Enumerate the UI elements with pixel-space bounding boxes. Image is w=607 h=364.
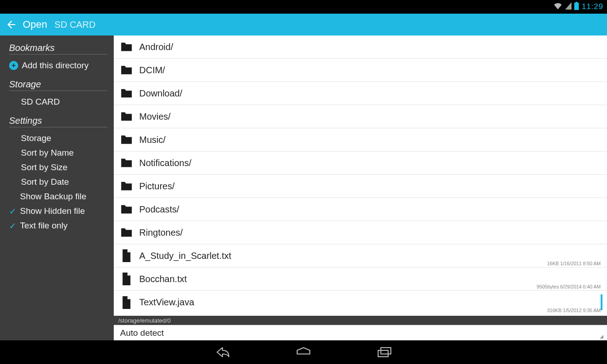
action-title: Open [23,19,47,30]
sidebar-storage-sdcard[interactable]: SD CARD [9,95,107,109]
nav-back-button[interactable] [212,344,233,360]
sidebar-item-label: Sort by Name [21,148,74,158]
path-bar: /storage/emulated/0 [114,316,607,325]
file-meta: 9505bytes 6/29/2014 6:40 AM [536,284,601,289]
sidebar-add-directory-label: Add this directory [22,61,89,71]
battery-icon [574,2,579,12]
folder-icon [119,132,134,147]
file-row[interactable]: TextView.java316KB 1/5/2012 9:35 AM [114,291,607,314]
sidebar-settings-head: Settings [9,116,107,127]
status-bar: 11:29 [0,0,607,14]
folder-row[interactable]: Movies/ [114,105,607,128]
file-list[interactable]: Android/DCIM/Download/Movies/Music/Notif… [114,35,607,316]
file-icon [119,295,134,310]
sidebar-storage-head: Storage [9,79,107,91]
sidebar-setting-sort-name[interactable]: Sort by Name [9,146,107,160]
sidebar-item-label: Show Hidden file [20,206,85,216]
folder-icon [119,179,134,193]
sidebar-item-label: Show Backup file [20,192,86,202]
sidebar-item-label: Sort by Size [21,162,67,172]
sidebar-add-directory[interactable]: + Add this directory [9,58,107,73]
file-name: Notifications/ [139,158,192,168]
sidebar-setting-sort-size[interactable]: Sort by Size [9,160,107,175]
file-name: Pictures/ [139,181,175,192]
file-name: Android/ [139,42,173,52]
spinner-triangle-icon [600,335,603,339]
file-icon [119,272,134,286]
file-area: Android/DCIM/Download/Movies/Music/Notif… [114,35,607,340]
folder-icon [119,225,134,240]
check-icon: ✓ [9,207,16,215]
sidebar-setting-show-backup[interactable]: ✓ Show Backup file [9,189,107,204]
encoding-spinner[interactable]: Auto detect [114,325,607,340]
nav-home-icon [294,346,313,359]
file-name: Music/ [139,135,166,145]
folder-icon [119,40,134,54]
folder-row[interactable]: Notifications/ [114,152,607,175]
file-name: Ringtones/ [139,228,183,238]
file-name: DCIM/ [139,65,165,76]
nav-home-button[interactable] [293,344,314,360]
sidebar-setting-show-hidden[interactable]: ✓ Show Hidden file [9,204,107,218]
file-name: Movies/ [139,111,171,122]
back-button[interactable] [5,18,18,31]
sidebar-storage-label: SD CARD [21,97,60,107]
nav-back-icon [214,346,231,359]
action-bar: Open SD CARD [0,14,607,35]
folder-icon [119,156,134,170]
nav-recents-button[interactable] [374,344,395,360]
path-text: /storage/emulated/0 [118,317,171,324]
arrow-left-icon [5,19,17,30]
file-name: Podcasts/ [139,204,179,215]
folder-icon [119,202,134,217]
nav-bar [0,340,607,364]
sidebar-bookmarks-head: Bookmarks [9,43,107,55]
folder-row[interactable]: Music/ [114,128,607,152]
file-row[interactable]: Bocchan.txt9505bytes 6/29/2014 6:40 AM [114,268,607,291]
svg-rect-0 [576,2,577,3]
file-name: Bocchan.txt [139,274,187,284]
sidebar-item-label: Storage [21,133,51,143]
file-icon [119,248,134,263]
folder-row[interactable]: Download/ [114,82,607,105]
sidebar: Bookmarks + Add this directory Storage S… [0,35,114,340]
folder-icon [119,63,134,77]
check-icon: ✓ [9,222,16,229]
folder-icon [119,86,134,101]
plus-icon: + [9,61,18,70]
action-path: SD CARD [55,20,96,30]
folder-icon [119,109,134,124]
file-row[interactable]: A_Study_in_Scarlet.txt16KB 1/16/2011 8:5… [114,244,607,268]
signal-icon [565,2,572,12]
folder-row[interactable]: Android/ [114,35,607,59]
folder-row[interactable]: DCIM/ [114,59,607,82]
status-time: 11:29 [582,2,603,11]
folder-row[interactable]: Pictures/ [114,175,607,198]
file-meta: 316KB 1/5/2012 9:35 AM [547,308,601,313]
folder-row[interactable]: Ringtones/ [114,221,607,244]
nav-recents-icon [376,346,393,359]
file-meta: 16KB 1/16/2011 8:50 AM [547,261,601,266]
sidebar-setting-sort-date[interactable]: Sort by Date [9,175,107,189]
wifi-icon [553,2,562,12]
sidebar-setting-text-only[interactable]: ✓ Text file only [9,218,107,233]
folder-row[interactable]: Podcasts/ [114,198,607,221]
file-name: A_Study_in_Scarlet.txt [139,251,231,261]
file-name: TextView.java [139,297,194,308]
file-name: Download/ [139,88,182,99]
encoding-value: Auto detect [120,328,164,338]
sidebar-setting-storage[interactable]: Storage [9,131,107,146]
sidebar-item-label: Text file only [20,221,68,231]
sidebar-item-label: Sort by Date [21,177,69,187]
svg-rect-1 [574,3,579,10]
